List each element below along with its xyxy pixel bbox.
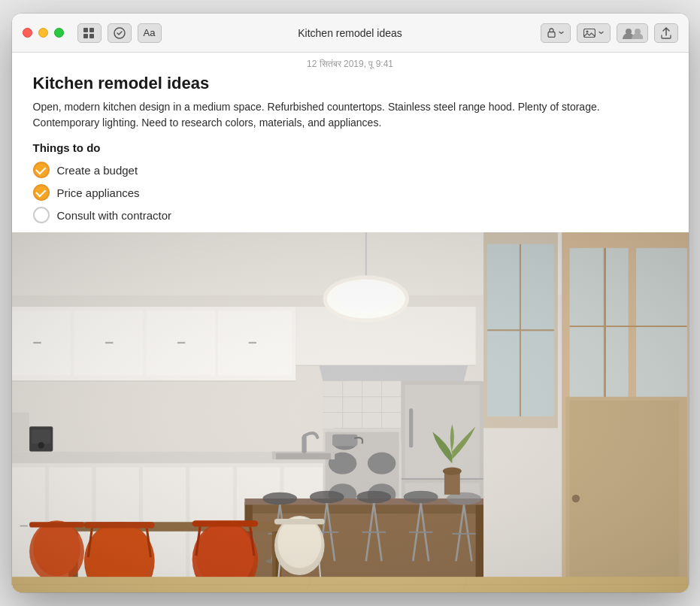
svg-rect-1	[89, 28, 94, 32]
svg-rect-5	[548, 32, 555, 38]
toolbar-tools: Aa	[77, 23, 162, 43]
titlebar: Aa Kitchen remodel ideas	[12, 14, 689, 53]
lock-button[interactable]	[541, 23, 571, 43]
checklist: Create a budget Price appliances Consult…	[33, 162, 668, 223]
checkbox-2[interactable]	[33, 184, 50, 201]
svg-rect-147	[302, 436, 306, 453]
checkbox-3[interactable]	[33, 207, 50, 223]
svg-rect-0	[83, 28, 88, 32]
minimize-button[interactable]	[38, 28, 48, 38]
svg-rect-6	[583, 29, 595, 37]
traffic-lights	[23, 28, 64, 38]
checklist-item-1-label: Create a budget	[57, 164, 138, 177]
svg-rect-3	[89, 34, 94, 38]
svg-point-7	[586, 30, 588, 32]
collaborate-button[interactable]	[617, 23, 648, 43]
svg-rect-2	[83, 34, 88, 38]
close-button[interactable]	[23, 28, 32, 38]
checklist-item-3-label: Consult with contractor	[57, 209, 172, 222]
note-date: 12 सितंबर 2019, पू 9:41	[12, 53, 689, 74]
app-window: Aa Kitchen remodel ideas	[12, 14, 689, 592]
note-description: Open, modern kitchen design in a medium …	[33, 99, 668, 131]
svg-rect-144	[12, 232, 689, 592]
checklist-item-2-label: Price appliances	[57, 186, 140, 199]
note-title: Kitchen remodel ideas	[33, 74, 668, 93]
checklist-item-3[interactable]: Consult with contractor	[33, 207, 668, 223]
checklist-button[interactable]	[108, 23, 132, 43]
share-button[interactable]	[654, 23, 678, 43]
note-content: 12 सितंबर 2019, पू 9:41 Kitchen remodel …	[12, 53, 689, 592]
window-title: Kitchen remodel ideas	[298, 27, 402, 39]
maximize-button[interactable]	[54, 28, 64, 38]
things-to-do-heading: Things to do	[33, 141, 668, 154]
image-mode-button[interactable]	[577, 23, 611, 43]
svg-rect-146	[276, 453, 331, 459]
kitchen-image	[12, 232, 689, 592]
font-button[interactable]: Aa	[138, 23, 162, 43]
checkbox-1[interactable]	[33, 162, 50, 178]
checklist-item-2[interactable]: Price appliances	[33, 184, 668, 201]
note-body: Kitchen remodel ideas Open, modern kitch…	[12, 74, 689, 232]
checklist-item-1[interactable]: Create a budget	[33, 162, 668, 178]
titlebar-right-actions	[541, 23, 678, 43]
grid-view-button[interactable]	[77, 23, 102, 43]
